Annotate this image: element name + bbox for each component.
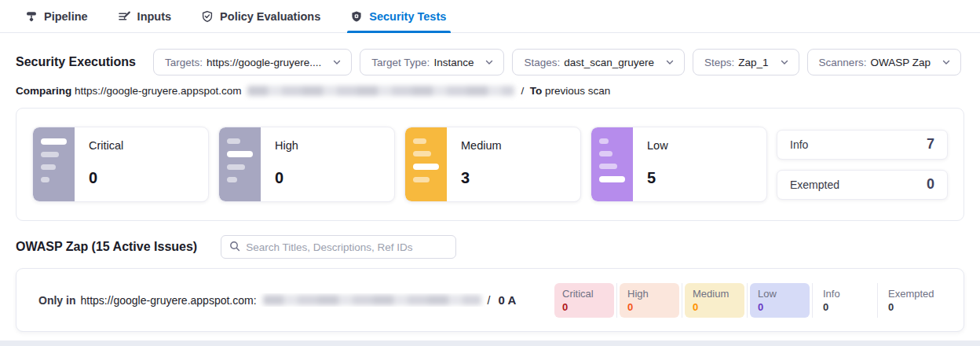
redacted-scan-path — [263, 295, 481, 305]
execution-tabbar: Pipeline Inputs Policy Evaluations — [0, 0, 980, 33]
badge-value: 0 — [888, 301, 932, 313]
dropdown-label: Scanners: — [819, 57, 867, 68]
medium-badge: Medium 0 — [685, 283, 744, 318]
comparing-separator: / — [521, 85, 524, 97]
chevron-down-icon — [485, 57, 494, 67]
steps-dropdown[interactable]: Steps: Zap_1 — [693, 49, 799, 75]
severity-meter-icon — [405, 127, 447, 201]
dropdown-value: dast_scan_gruyere — [564, 57, 654, 68]
badge-label: Critical — [562, 288, 606, 300]
issues-header: OWASP Zap (15 Active Issues) — [16, 235, 964, 259]
severity-count: 5 — [647, 169, 668, 187]
divider — [812, 283, 813, 318]
to-value: previous scan — [545, 85, 610, 97]
dropdown-label: Stages: — [524, 57, 560, 68]
severity-label: Critical — [89, 139, 123, 152]
exempted-summary-card[interactable]: Exempted 0 — [777, 170, 948, 200]
info-summary-card[interactable]: Info 7 — [777, 130, 948, 160]
security-executions-heading: Security Executions — [16, 55, 136, 69]
tab-policy-evaluations[interactable]: Policy Evaluations — [201, 0, 320, 33]
diff-count-text: 0 A — [498, 293, 516, 307]
dropdown-value: Instance — [433, 57, 474, 68]
severity-count: 0 — [89, 169, 123, 187]
dropdown-value: Zap_1 — [738, 57, 768, 68]
badge-value: 0 — [823, 301, 867, 313]
targets-dropdown[interactable]: Targets: https://google-gruyere.... — [153, 49, 352, 75]
comparing-label: Comparing — [16, 85, 71, 97]
low-badge: Low 0 — [750, 283, 810, 318]
medium-summary-card[interactable]: Medium 3 — [404, 127, 581, 202]
severity-summary-panel: Critical 0 High 0 Medium 3 — [16, 108, 964, 221]
exempted-badge: Exempted 0 — [880, 283, 940, 318]
info-count: 7 — [927, 136, 934, 153]
dropdown-value: OWASP Zap — [870, 57, 931, 68]
inputs-icon — [118, 10, 131, 23]
divider — [682, 283, 682, 318]
target-type-dropdown[interactable]: Target Type: Instance — [360, 49, 504, 75]
tab-inputs[interactable]: Inputs — [118, 0, 172, 33]
shield-check-icon — [201, 10, 214, 23]
tab-label: Inputs — [137, 10, 172, 23]
high-badge: High 0 — [620, 283, 679, 318]
comparing-row: Comparing https://google-gruyere.appspot… — [16, 85, 964, 97]
tab-pipeline[interactable]: Pipeline — [25, 0, 88, 33]
severity-label: Medium — [461, 139, 502, 152]
filter-dropdowns: Targets: https://google-gruyere.... Targ… — [153, 49, 961, 75]
dropdown-label: Targets: — [165, 57, 203, 68]
dropdown-value: https://google-gruyere.... — [207, 57, 321, 68]
high-summary-card[interactable]: High 0 — [218, 127, 395, 202]
divider — [616, 283, 617, 318]
divider — [877, 283, 878, 318]
badge-value: 0 — [627, 301, 671, 313]
badge-label: Low — [758, 288, 802, 300]
low-summary-card[interactable]: Low 5 — [591, 127, 767, 202]
redacted-scan-id — [247, 86, 514, 96]
info-badge: Info 0 — [815, 283, 875, 318]
stages-dropdown[interactable]: Stages: dast_scan_gruyere — [512, 49, 685, 75]
exempted-label: Exempted — [790, 179, 839, 191]
critical-badge: Critical 0 — [554, 283, 614, 318]
badge-label: Exempted — [888, 288, 932, 300]
severity-label: Low — [647, 139, 668, 152]
dropdown-label: Steps: — [704, 57, 734, 68]
severity-meter-icon — [33, 127, 75, 201]
diff-separator: / — [488, 294, 491, 307]
diff-text: Only in https://google-gruyere.appspot.c… — [38, 293, 562, 307]
info-exempted-column: Info 7 Exempted 0 — [777, 127, 948, 202]
tab-label: Security Tests — [369, 10, 446, 23]
severity-meter-icon — [591, 127, 633, 201]
issues-searchbox[interactable] — [221, 235, 456, 259]
severity-badges: Critical 0 High 0 Medium 0 Low 0 Info 0 — [554, 283, 940, 318]
severity-label: High — [275, 139, 298, 152]
pipeline-icon — [25, 10, 38, 23]
chevron-down-icon — [942, 57, 951, 67]
search-icon — [229, 241, 240, 254]
search-input[interactable] — [246, 241, 448, 253]
severity-meter-icon — [219, 127, 261, 201]
tab-label: Policy Evaluations — [220, 10, 320, 23]
badge-value: 0 — [758, 301, 802, 313]
diff-url: https://google-gruyere.appspot.com: — [80, 294, 256, 307]
filter-row: Security Executions Targets: https://goo… — [16, 49, 964, 75]
chevron-down-icon — [665, 57, 675, 67]
info-label: Info — [790, 138, 808, 151]
badge-value: 0 — [693, 301, 737, 313]
shield-gear-icon — [350, 10, 363, 23]
badge-label: Medium — [693, 288, 737, 300]
dropdown-label: Target Type: — [371, 57, 430, 68]
tab-security-tests[interactable]: Security Tests — [350, 0, 446, 33]
critical-summary-card[interactable]: Critical 0 — [32, 127, 209, 202]
badge-value: 0 — [562, 301, 606, 313]
badge-label: Info — [823, 288, 867, 300]
scanners-dropdown[interactable]: Scanners: OWASP Zap — [807, 49, 961, 75]
tab-label: Pipeline — [44, 10, 88, 23]
owasp-zap-heading: OWASP Zap (15 Active Issues) — [16, 240, 197, 254]
only-in-label: Only in — [38, 294, 75, 307]
chevron-down-icon — [780, 57, 789, 67]
chevron-down-icon — [332, 57, 342, 67]
issue-diff-row[interactable]: Only in https://google-gruyere.appspot.c… — [16, 268, 964, 332]
badge-label: High — [627, 288, 671, 300]
exempted-count: 0 — [927, 176, 934, 193]
severity-count: 0 — [275, 169, 298, 187]
severity-count: 3 — [461, 169, 502, 187]
